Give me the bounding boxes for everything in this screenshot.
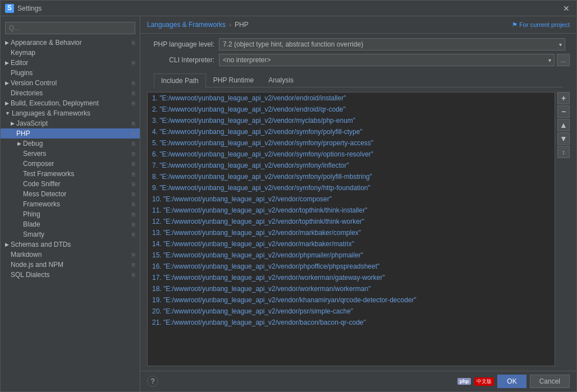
breadcrumb-languages[interactable]: Languages & Frameworks [147, 21, 226, 29]
sidebar-item-composer[interactable]: ▶Composer⎘ [1, 159, 140, 169]
sidebar-item-debug[interactable]: ▶Debug⎘ [1, 139, 140, 149]
tab-php-runtime[interactable]: PHP Runtime [206, 73, 261, 87]
sidebar-item-label: Directories [11, 89, 43, 97]
path-item[interactable]: 12. "E:/wwwroot/yunbang_league_api_v2/ve… [148, 216, 555, 227]
sidebar-item-directories[interactable]: ▶Directories⎘ [1, 88, 140, 98]
sidebar-item-label: SQL Dialects [11, 271, 50, 279]
sidebar-item-php[interactable]: ▶PHP⎘ [1, 128, 140, 139]
arrow-icon: ▶ [17, 141, 21, 146]
sidebar-item-version-control[interactable]: ▶Version Control⎘ [1, 78, 140, 88]
language-level-label: PHP language level: [147, 40, 214, 48]
path-item[interactable]: 11. "E:/wwwroot/yunbang_league_api_v2/ve… [148, 205, 555, 216]
arrow-icon: ▶ [5, 50, 9, 56]
sidebar-item-code-sniffer[interactable]: ▶Code Sniffer⎘ [1, 179, 140, 189]
sidebar-item-test-frameworks[interactable]: ▶Test Frameworks⎘ [1, 169, 140, 179]
arrow-icon: ▶ [5, 90, 9, 96]
cancel-button[interactable]: Cancel [530, 375, 570, 388]
remove-path-button[interactable]: − [557, 105, 570, 118]
path-item[interactable]: 18. "E:/wwwroot/yunbang_league_api_v2/ve… [148, 283, 555, 294]
path-item[interactable]: 10. "E:/wwwroot/yunbang_league_api_v2/ve… [148, 193, 555, 205]
sidebar-item-keymap[interactable]: ▶Keymap [1, 48, 140, 58]
path-actions: + − ▲ ▼ ↕ [557, 92, 570, 366]
sidebar-item-label: JavaScript [16, 119, 48, 127]
sidebar-item-javascript[interactable]: ▶JavaScript⎘ [1, 118, 140, 128]
search-input[interactable] [5, 22, 135, 34]
path-item[interactable]: 5. "E:/wwwroot/yunbang_league_api_v2/ven… [148, 137, 555, 149]
tab-include-path[interactable]: Include Path [154, 73, 206, 87]
sidebar-item-phing[interactable]: ▶Phing⎘ [1, 209, 140, 219]
cli-interpreter-row: CLI Interpreter: <no interpreter> ▾ ... [147, 54, 570, 66]
path-item[interactable]: 13. "E:/wwwroot/yunbang_league_api_v2/ve… [148, 227, 555, 238]
path-item[interactable]: 19. "E:/wwwroot/yunbang_league_api_v2/ve… [148, 294, 555, 306]
arrow-icon: ▶ [11, 121, 15, 126]
sidebar-item-markdown[interactable]: ▶Markdown⎘ [1, 250, 140, 260]
path-item[interactable]: 6. "E:/wwwroot/yunbang_league_api_v2/ven… [148, 149, 555, 160]
copy-icon: ⎘ [132, 262, 135, 268]
language-level-dropdown[interactable]: 7.2 (object type hint, abstract function… [219, 38, 565, 50]
search-box [1, 19, 140, 38]
sidebar-item-label: Frameworks [23, 200, 60, 208]
sidebar-item-servers[interactable]: ▶Servers⎘ [1, 149, 140, 159]
sort-button[interactable]: ↕ [557, 146, 570, 158]
arrow-icon: ▶ [5, 272, 9, 278]
path-item[interactable]: 14. "E:/wwwroot/yunbang_league_api_v2/ve… [148, 238, 555, 250]
path-item[interactable]: 3. "E:/wwwroot/yunbang_league_api_v2/ven… [148, 115, 555, 126]
sidebar-item-label: Markdown [11, 251, 42, 259]
path-item[interactable]: 20. "E:/wwwroot/yunbang_league_api_v2/ve… [148, 306, 555, 317]
sidebar-item-frameworks[interactable]: ▶Frameworks⎘ [1, 199, 140, 209]
tab-analysis[interactable]: Analysis [261, 73, 301, 87]
cn-badge: 中文版 [474, 377, 494, 386]
arrow-icon: ▶ [17, 201, 21, 207]
copy-icon: ⎘ [132, 161, 135, 167]
copy-icon: ⎘ [132, 211, 135, 218]
copy-icon: ⎘ [132, 90, 135, 96]
path-item[interactable]: 9. "E:/wwwroot/yunbang_league_api_v2/ven… [148, 182, 555, 193]
sidebar-item-blade[interactable]: ▶Blade⎘ [1, 219, 140, 229]
ok-button[interactable]: OK [497, 375, 526, 388]
add-path-button[interactable]: + [557, 92, 570, 104]
sidebar-item-plugins[interactable]: ▶Plugins [1, 68, 140, 78]
sidebar-item-nodejs[interactable]: ▶Node.js and NPM⎘ [1, 260, 140, 270]
sidebar-item-label: Phing [23, 210, 40, 218]
project-link[interactable]: ⚑ For current project [512, 21, 570, 28]
arrow-icon: ▶ [5, 262, 9, 268]
arrow-icon: ▶ [17, 151, 21, 156]
path-item[interactable]: 21. "E:/wwwroot/yunbang_league_api_v2/ve… [148, 317, 555, 328]
copy-icon: ⎘ [132, 100, 135, 107]
sidebar-item-appearance[interactable]: ▶Appearance & Behavior⎘ [1, 38, 140, 48]
path-item[interactable]: 15. "E:/wwwroot/yunbang_league_api_v2/ve… [148, 250, 555, 261]
sidebar-item-editor[interactable]: ▶Editor⎘ [1, 58, 140, 68]
path-list: 1. "E:/wwwroot/yunbang_league_api_v2/ven… [147, 92, 555, 366]
sidebar-item-mess-detector[interactable]: ▶Mess Detector⎘ [1, 189, 140, 199]
footer-left: ? [147, 376, 454, 387]
sidebar-item-sql-dialects[interactable]: ▶SQL Dialects⎘ [1, 270, 140, 280]
arrow-icon: ▶ [5, 70, 9, 76]
language-level-row: PHP language level: 7.2 (object type hin… [147, 38, 570, 50]
copy-icon: ⎘ [132, 80, 135, 86]
path-item[interactable]: 17. "E:/wwwroot/yunbang_league_api_v2/ve… [148, 272, 555, 283]
move-down-button[interactable]: ▼ [557, 132, 570, 145]
sidebar: ▶Appearance & Behavior⎘▶Keymap▶Editor⎘▶P… [1, 16, 140, 391]
copy-icon: ⎘ [132, 191, 135, 197]
path-item[interactable]: 4. "E:/wwwroot/yunbang_league_api_v2/ven… [148, 126, 555, 137]
path-item[interactable]: 16. "E:/wwwroot/yunbang_league_api_v2/ve… [148, 261, 555, 272]
sidebar-item-build[interactable]: ▶Build, Execution, Deployment⎘ [1, 98, 140, 108]
sidebar-item-label: Debug [23, 140, 43, 147]
sidebar-item-schemas[interactable]: ▶Schemas and DTDs [1, 239, 140, 250]
help-button[interactable]: ? [147, 376, 158, 387]
path-item[interactable]: 8. "E:/wwwroot/yunbang_league_api_v2/ven… [148, 171, 555, 182]
sidebar-item-label: Appearance & Behavior [11, 39, 82, 47]
sidebar-item-smarty[interactable]: ▶Smarty⎘ [1, 229, 140, 239]
cli-interpreter-edit-button[interactable]: ... [557, 54, 570, 66]
cli-interpreter-dropdown[interactable]: <no interpreter> [219, 54, 555, 66]
sidebar-item-label: Code Sniffer [23, 180, 61, 188]
sidebar-item-languages[interactable]: ▼Languages & Frameworks [1, 108, 140, 118]
sidebar-item-label: Build, Execution, Deployment [11, 99, 99, 107]
path-item[interactable]: 1. "E:/wwwroot/yunbang_league_api_v2/ven… [148, 93, 555, 104]
path-item[interactable]: 2. "E:/wwwroot/yunbang_league_api_v2/ven… [148, 104, 555, 115]
arrow-icon: ▶ [17, 181, 21, 187]
sidebar-item-label: Node.js and NPM [11, 261, 63, 269]
move-up-button[interactable]: ▲ [557, 119, 570, 131]
close-button[interactable]: ✕ [561, 3, 572, 14]
path-item[interactable]: 7. "E:/wwwroot/yunbang_league_api_v2/ven… [148, 160, 555, 171]
